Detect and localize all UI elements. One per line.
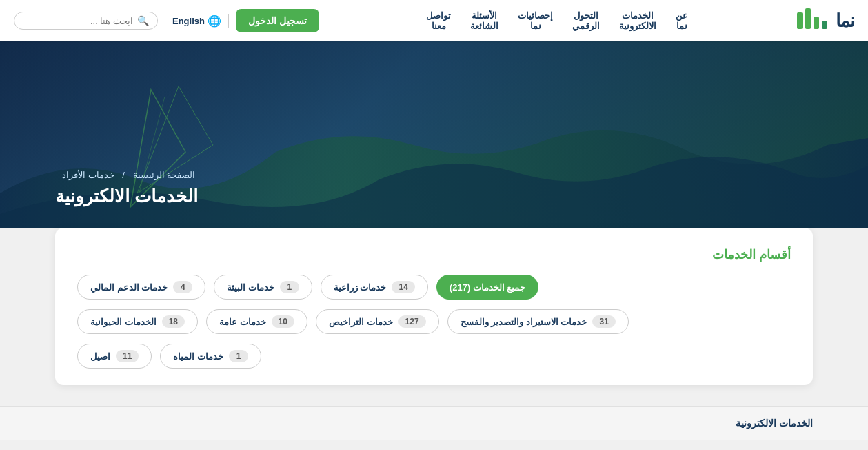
cat-count-environment: 1: [280, 281, 299, 293]
cat-btn-licensing[interactable]: 127 خدمات التراخيص: [316, 309, 439, 334]
cat-label-general: خدمات عامة: [219, 317, 266, 327]
bottom-bar-text: الخدمات الالكترونية: [736, 418, 813, 429]
search-divider: [165, 14, 165, 28]
cat-count-aseel: 11: [116, 350, 139, 362]
cat-count-financial: 4: [173, 281, 192, 293]
categories-row-3: 1 خدمات المياه 11 اصيل: [77, 344, 791, 369]
cat-label-water: خدمات المياه: [173, 351, 223, 362]
search-bar: 🔍: [14, 12, 158, 30]
search-input[interactable]: [23, 16, 133, 26]
cat-btn-aseel[interactable]: 11 اصيل: [77, 344, 152, 369]
cat-label-environment: خدمات البيئة: [227, 282, 274, 293]
categories-row-2: 31 خدمات الاستيراد والتصدير والفسح 127 خ…: [77, 309, 791, 334]
nav-link-stats[interactable]: إحصائياتنما: [518, 10, 553, 31]
categories-grid: جميع الخدمات (217) 14 خدمات زراعية 1 خدم…: [77, 275, 791, 369]
cat-count-general: 10: [272, 315, 294, 328]
nav-links: تواصلمعنا الأسئلةالشائعة إحصائياتنما الت…: [426, 10, 688, 31]
breadcrumb: الصفحة الرئيسية / خدمات الأفراد: [55, 170, 198, 180]
cat-btn-import-export[interactable]: 31 خدمات الاستيراد والتصدير والفسح: [447, 309, 629, 334]
cat-btn-financial[interactable]: 4 خدمات الدعم المالي: [77, 275, 205, 300]
nav-link-digital[interactable]: التحولالرقمي: [572, 10, 600, 31]
cat-count-agricultural: 14: [392, 281, 414, 293]
categories-row-1: جميع الخدمات (217) 14 خدمات زراعية 1 خدم…: [77, 275, 791, 300]
nav-link-about[interactable]: عننما: [676, 10, 688, 31]
page-title: الخدمات الالكترونية: [55, 186, 198, 207]
cat-count-licensing: 127: [398, 315, 426, 328]
cat-btn-agricultural[interactable]: 14 خدمات زراعية: [321, 275, 428, 300]
language-toggle[interactable]: 🌐 English: [172, 14, 221, 28]
navbar: نما NAAMA تواصلمعنا الأسئلةالشائعة إحصائ…: [0, 0, 868, 41]
register-button[interactable]: تسجيل الدخول: [236, 9, 319, 32]
nav-link-eservices[interactable]: الخدماتالالكترونية: [619, 10, 656, 31]
main-content: أقسام الخدمات جميع الخدمات (217) 14 خدما…: [0, 228, 868, 406]
cat-btn-animal[interactable]: 18 الخدمات الحيوانية: [77, 309, 198, 334]
cat-btn-water[interactable]: 1 خدمات المياه: [160, 344, 261, 369]
logo-text: نما: [836, 10, 854, 32]
cat-btn-all[interactable]: جميع الخدمات (217): [436, 275, 539, 300]
logo-area: نما NAAMA: [796, 7, 854, 35]
search-icon: 🔍: [137, 15, 149, 26]
breadcrumb-home: الصفحة الرئيسية: [133, 170, 196, 180]
cat-btn-environment[interactable]: 1 خدمات البيئة: [214, 275, 312, 300]
nav-link-contact[interactable]: تواصلمعنا: [426, 10, 451, 31]
breadcrumb-separator: /: [122, 170, 125, 180]
cat-count-animal: 18: [162, 315, 185, 328]
lang-divider: [228, 14, 229, 28]
cat-label-agricultural: خدمات زراعية: [334, 282, 387, 293]
hero-section: الصفحة الرئيسية / خدمات الأفراد الخدمات …: [0, 41, 868, 248]
cat-label-animal: الخدمات الحيوانية: [90, 317, 157, 327]
navbar-left-controls: تسجيل الدخول 🌐 English 🔍: [14, 9, 319, 32]
svg-rect-2: [814, 17, 819, 29]
bottom-bar: الخدمات الالكترونية: [0, 406, 868, 440]
nav-link-faq[interactable]: الأسئلةالشائعة: [470, 10, 498, 31]
svg-rect-1: [805, 8, 811, 29]
cat-count-import-export: 31: [592, 315, 615, 328]
svg-rect-0: [797, 12, 803, 29]
globe-icon: 🌐: [208, 14, 221, 28]
cat-label-aseel: اصيل: [90, 351, 110, 362]
breadcrumb-current: خدمات الأفراد: [62, 170, 114, 180]
cat-label-import-export: خدمات الاستيراد والتصدير والفسح: [461, 317, 587, 327]
lang-label: English: [172, 16, 205, 26]
logo-icon: NAAMA: [796, 7, 830, 35]
cat-label-licensing: خدمات التراخيص: [329, 317, 393, 327]
cat-btn-general[interactable]: 10 خدمات عامة: [206, 309, 307, 334]
svg-rect-3: [822, 21, 827, 29]
services-card: أقسام الخدمات جميع الخدمات (217) 14 خدما…: [55, 228, 813, 385]
cat-count-water: 1: [229, 350, 248, 362]
hero-content: الصفحة الرئيسية / خدمات الأفراد الخدمات …: [55, 170, 198, 207]
cat-label-financial: خدمات الدعم المالي: [90, 282, 168, 293]
services-section-title: أقسام الخدمات: [77, 247, 791, 262]
